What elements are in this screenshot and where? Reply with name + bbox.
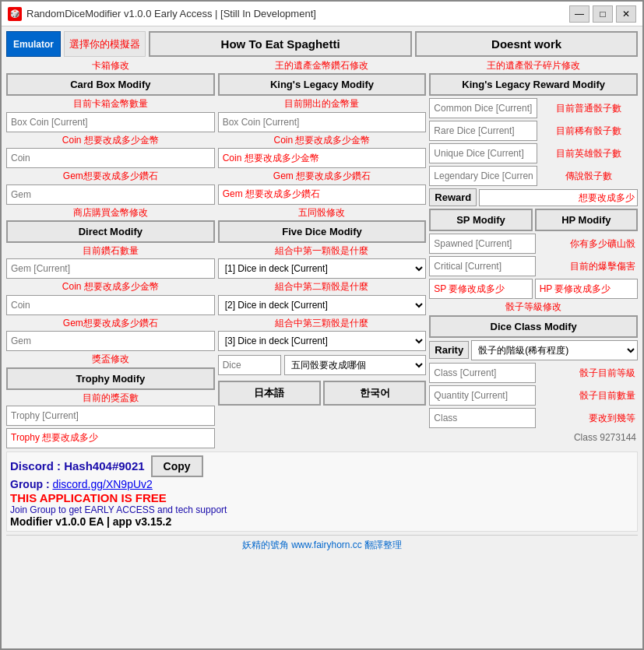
dice-class-modify-label: 骰子等級修改 xyxy=(429,301,638,312)
rare-dice-label: 目前稀有骰子數 xyxy=(540,121,638,141)
emulator-button[interactable]: Emulator xyxy=(6,31,61,57)
legendary-dice-input[interactable] xyxy=(429,166,537,186)
kings-gem-field: Gem 想要改成多少鑽石 xyxy=(218,184,427,205)
gem-input[interactable] xyxy=(6,184,215,205)
five-dice-label: 五同骰修改 xyxy=(218,207,427,218)
coin-modify-label: Coin 想要改成多少金幣 xyxy=(6,135,215,146)
gem-current-input[interactable] xyxy=(6,258,215,279)
close-button[interactable]: ✕ xyxy=(616,5,636,23)
kings-coin-label: Coin 想要改成多少金幣 xyxy=(218,135,427,146)
gem-modify-2-label: Gem想要改成多少鑽石 xyxy=(6,318,215,329)
join-text: Join Group to get EARLY ACCESS and tech … xyxy=(10,504,634,515)
coin-input[interactable] xyxy=(6,148,215,168)
common-dice-input[interactable] xyxy=(429,98,537,118)
columns: 卡箱修改 Card Box Modify 目前卡箱金幣數量 Coin 想要改成多… xyxy=(6,60,638,448)
kings-box-coin-input[interactable] xyxy=(218,112,427,132)
copy-button[interactable]: Copy xyxy=(151,455,203,477)
class-id-label: Class 9273144 xyxy=(429,430,638,444)
title-bar-controls: — □ ✕ xyxy=(569,5,636,23)
trophy-current-input[interactable] xyxy=(6,406,215,426)
kings-legacy-modify-button[interactable]: King's Legacy Modify xyxy=(218,73,427,96)
box-coin-current-label: 目前卡箱金幣數量 xyxy=(6,98,215,109)
gem-current-label: 目前鑽石數量 xyxy=(6,245,215,256)
box-coin-opened-label: 目前開出的金幣量 xyxy=(218,98,427,109)
reward-input-label: 想要改成多少 xyxy=(479,189,638,206)
column-2: 王的遺產金幣鑽石修改 King's Legacy Modify 目前開出的金幣量… xyxy=(218,60,427,448)
spawned-label: 你有多少礦山骰 xyxy=(538,234,638,254)
group-prefix: Group : xyxy=(10,478,52,490)
maximize-button[interactable]: □ xyxy=(593,5,613,23)
legendary-dice-label: 傳說骰子數 xyxy=(540,166,638,186)
main-window: 🎲 RandomDiceModifier v1.0.0 Early Access… xyxy=(0,0,644,650)
trophy-modify-label: 獎盃修改 xyxy=(6,353,215,364)
class-input[interactable] xyxy=(429,408,536,428)
trophy-current-label: 目前的獎盃數 xyxy=(6,392,215,403)
critical-input[interactable] xyxy=(429,256,536,276)
discord-text: Discord : Hash404#9021 xyxy=(10,459,145,473)
five-dice-modify-button[interactable]: Five Dice Modify xyxy=(218,220,427,243)
deck-slot1-select[interactable]: [1] Dice in deck [Current] xyxy=(218,258,427,279)
kings-gem-label: Gem 想要改成多少鑽石 xyxy=(218,170,427,181)
title-bar: 🎲 RandomDiceModifier v1.0.0 Early Access… xyxy=(2,2,642,26)
unique-dice-label: 目前英雄骰子數 xyxy=(540,143,638,163)
trophy-change-label: Trophy 想要改成多少 xyxy=(6,428,215,448)
box-coin-current-input[interactable] xyxy=(6,112,215,132)
sp-modify-button[interactable]: SP Modify xyxy=(429,209,532,231)
quantity-label: 骰子目前數量 xyxy=(538,385,638,406)
korean-button[interactable]: 한국어 xyxy=(323,381,426,406)
deck-slot3-select[interactable]: [3] Dice in deck [Current] xyxy=(218,331,427,351)
info-section: Discord : Hash404#9021 Copy Group : disc… xyxy=(6,451,638,532)
kings-reward-label: 王的遺產骰子碎片修改 xyxy=(429,60,638,71)
hp-modify-button[interactable]: HP Modify xyxy=(535,209,638,231)
title-bar-left: 🎲 RandomDiceModifier v1.0.0 Early Access… xyxy=(8,7,316,21)
discord-row: Discord : Hash404#9021 Copy xyxy=(10,455,634,477)
column-3: 王的遺產骰子碎片修改 King's Legacy Reward Modify 目… xyxy=(429,60,638,448)
emulator-label: 選擇你的模擬器 xyxy=(64,31,146,57)
top-row: Emulator 選擇你的模擬器 How To Eat Spaghetti Do… xyxy=(6,31,638,57)
direct-modify-label: 商店購買金幣修改 xyxy=(6,207,215,218)
group-link[interactable]: discord.gg/XN9pUv2 xyxy=(52,478,152,490)
hp-modify-field: HP 要修改成多少 xyxy=(535,279,638,299)
gem-2-input[interactable] xyxy=(6,331,215,351)
class-current-input[interactable] xyxy=(429,363,536,383)
rarity-select[interactable]: 骰子的階級(稀有程度) xyxy=(471,340,638,360)
common-dice-label: 目前普通骰子數 xyxy=(540,98,638,118)
unique-dice-input[interactable] xyxy=(429,143,537,163)
class-current-label: 骰子目前等級 xyxy=(538,363,638,383)
minimize-button[interactable]: — xyxy=(569,5,589,23)
group-row: Group : discord.gg/XN9pUv2 xyxy=(10,477,634,491)
kings-legacy-label: 王的遺產金幣鑽石修改 xyxy=(218,60,427,71)
deck-slot2-select[interactable]: [2] Dice in deck [Current] xyxy=(218,295,427,315)
modifier-version: Modifier v1.0.0 EA | app v3.15.2 xyxy=(10,515,634,528)
how-to-eat-spaghetti-button[interactable]: How To Eat Spaghetti xyxy=(149,31,412,57)
spawned-input[interactable] xyxy=(429,234,536,254)
reward-label: Reward xyxy=(429,188,477,206)
sp-modify-label: SP 要修改成多少 xyxy=(434,283,505,294)
kings-coin-field: Coin 想要改成多少金幣 xyxy=(218,148,427,168)
rare-dice-input[interactable] xyxy=(429,121,537,141)
doesnt-work-button[interactable]: Doesnt work xyxy=(415,31,638,57)
hp-modify-label: HP 要修改成多少 xyxy=(540,283,611,294)
dice-select-input[interactable] xyxy=(218,355,281,375)
class-change-label: 要改到幾等 xyxy=(538,408,638,428)
free-text: THIS APPLICATION IS FREE xyxy=(10,491,634,504)
coin-modify-2-label: Coin 想要改成多少金幣 xyxy=(6,281,215,292)
main-content: Emulator 選擇你的模擬器 How To Eat Spaghetti Do… xyxy=(2,26,642,560)
gem-modify-label: Gem想要改成多少鑽石 xyxy=(6,170,215,181)
deck-slot1-label: 組合中第一顆骰是什麼 xyxy=(218,245,427,256)
dice-which-select[interactable]: 五同骰要改成哪個 xyxy=(284,355,427,375)
direct-modify-button[interactable]: Direct Modify xyxy=(6,220,215,243)
dice-class-modify-button[interactable]: Dice Class Modify xyxy=(429,315,638,338)
card-box-modify-button[interactable]: Card Box Modify xyxy=(6,73,215,96)
quantity-input[interactable] xyxy=(429,385,536,406)
footer: 妖精的號角 www.fairyhorn.cc 翻譯整理 xyxy=(6,535,638,555)
coin-2-input[interactable] xyxy=(6,295,215,315)
critical-label: 目前的爆擊傷害 xyxy=(538,256,638,276)
app-icon: 🎲 xyxy=(8,7,22,21)
column-1: 卡箱修改 Card Box Modify 目前卡箱金幣數量 Coin 想要改成多… xyxy=(6,60,215,448)
japanese-button[interactable]: 日本語 xyxy=(218,381,321,406)
trophy-modify-button[interactable]: Trophy Modify xyxy=(6,367,215,390)
kings-legacy-reward-button[interactable]: King's Legacy Reward Modify xyxy=(429,73,638,96)
rarity-label: Rarity xyxy=(429,341,469,359)
deck-slot3-label: 組合中第三顆骰是什麼 xyxy=(218,318,427,329)
